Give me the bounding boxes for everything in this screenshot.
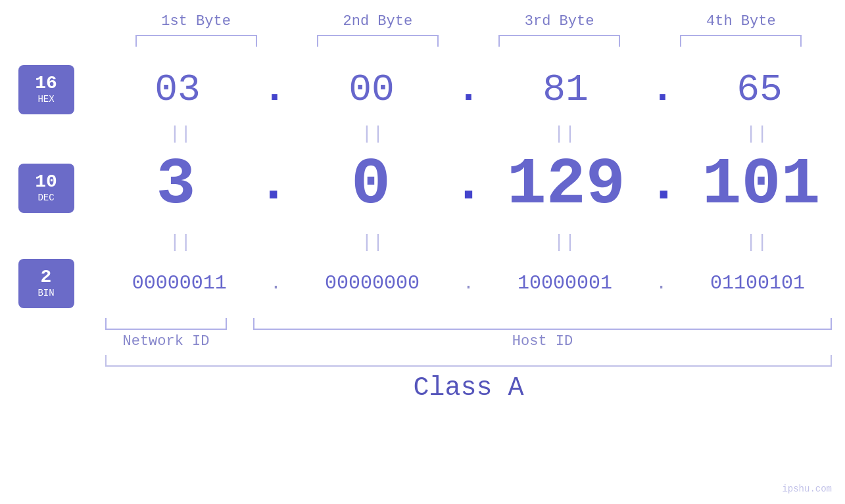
hex-dot-1: .	[262, 67, 286, 112]
eq-1-1: ||	[120, 125, 241, 143]
bin-byte-4: 01100101	[697, 272, 819, 294]
dec-byte-3: 129	[505, 148, 627, 222]
eq-1-4: ||	[696, 125, 817, 143]
bin-val-1: 00000011	[132, 272, 227, 294]
hex-byte-3: 81	[504, 68, 626, 111]
bracket-top-2	[317, 35, 439, 47]
dec-base-number: 10	[35, 173, 57, 191]
bin-byte-2: 00000000	[311, 272, 433, 294]
hex-base-label: 16 HEX	[18, 65, 74, 114]
bracket-network	[105, 318, 227, 330]
dec-byte-4: 101	[700, 148, 822, 222]
bin-val-2: 00000000	[325, 272, 420, 294]
bin-dot-1: .	[270, 273, 281, 294]
dec-val-4: 101	[702, 148, 821, 222]
bin-values: 00000011 . 00000000 . 10000001 . 0110010…	[92, 272, 845, 294]
dec-dot-3: .	[648, 154, 679, 222]
hex-label-area: 16 HEX	[0, 65, 92, 114]
bin-val-3: 10000001	[518, 272, 612, 294]
hex-base-text: HEX	[37, 94, 54, 104]
header-4th: 4th Byte	[675, 13, 807, 30]
hex-byte-4: 65	[698, 68, 820, 111]
rows-container: 16 HEX 03 . 00 . 81 . 65	[0, 57, 845, 403]
hex-base-number: 16	[35, 74, 57, 93]
dec-label-area: 10 DEC	[0, 164, 92, 213]
dec-row: 10 DEC 3 . 0 . 129 . 101	[0, 145, 845, 231]
network-id-label: Network ID	[105, 333, 227, 350]
top-brackets	[92, 35, 845, 47]
bin-val-4: 01100101	[710, 272, 805, 294]
dec-base-label: 10 DEC	[18, 164, 74, 213]
header-2nd: 2nd Byte	[312, 13, 443, 30]
equals-row-1: || || || ||	[92, 122, 845, 145]
dec-dot-1: .	[258, 154, 289, 222]
dec-val-3: 129	[507, 148, 625, 222]
eq-2-4: ||	[696, 233, 817, 252]
hex-row: 16 HEX 03 . 00 . 81 . 65	[0, 57, 845, 122]
header-3rd: 3rd Byte	[494, 13, 625, 30]
dec-dot-2: .	[452, 154, 484, 222]
bracket-top-1	[135, 35, 257, 47]
hex-val-3: 81	[543, 68, 589, 111]
dec-byte-2: 0	[310, 148, 432, 222]
hex-byte-1: 03	[116, 68, 238, 111]
dec-base-text: DEC	[37, 193, 54, 203]
bin-base-number: 2	[41, 268, 52, 286]
bottom-bracket-area: Network ID Host ID	[92, 318, 845, 350]
bin-base-text: BIN	[37, 288, 54, 298]
bracket-lines	[105, 318, 832, 330]
hex-val-4: 65	[736, 68, 783, 111]
dec-val-2: 0	[351, 148, 391, 222]
bin-base-label: 2 BIN	[18, 259, 74, 308]
bin-label-area: 2 BIN	[0, 259, 92, 308]
watermark: ipshu.com	[782, 484, 832, 494]
header-1st: 1st Byte	[130, 13, 262, 30]
main-container: 1st Byte 2nd Byte 3rd Byte 4th Byte 16 H…	[0, 0, 845, 504]
byte-headers: 1st Byte 2nd Byte 3rd Byte 4th Byte	[92, 13, 845, 30]
hex-byte-2: 00	[310, 68, 432, 111]
hex-values: 03 . 00 . 81 . 65	[92, 67, 845, 112]
dec-values: 3 . 0 . 129 . 101	[92, 148, 845, 229]
bracket-top-3	[498, 35, 620, 47]
bin-row: 2 BIN 00000011 . 00000000 . 10000001 . 0	[0, 254, 845, 313]
host-id-label: Host ID	[253, 333, 832, 350]
equals-row-2: || || || ||	[92, 231, 845, 254]
hex-val-1: 03	[155, 68, 201, 111]
dec-byte-1: 3	[115, 148, 237, 222]
bin-dot-3: .	[656, 273, 667, 294]
bin-byte-1: 00000011	[118, 272, 240, 294]
hex-dot-2: .	[456, 67, 480, 112]
bracket-host	[253, 318, 832, 330]
eq-1-2: ||	[312, 125, 433, 143]
eq-1-3: ||	[504, 125, 625, 143]
dec-val-1: 3	[156, 148, 195, 222]
hex-val-2: 00	[349, 68, 395, 111]
eq-2-3: ||	[504, 233, 625, 252]
full-span-bracket-area	[92, 355, 845, 367]
bin-dot-2: .	[463, 273, 474, 294]
eq-2-1: ||	[120, 233, 241, 252]
class-label: Class A	[92, 373, 845, 403]
id-labels: Network ID Host ID	[105, 333, 832, 350]
bracket-top-4	[680, 35, 802, 47]
full-span-bracket	[105, 355, 832, 367]
hex-dot-3: .	[650, 67, 674, 112]
eq-2-2: ||	[312, 233, 433, 252]
bin-byte-3: 10000001	[504, 272, 626, 294]
